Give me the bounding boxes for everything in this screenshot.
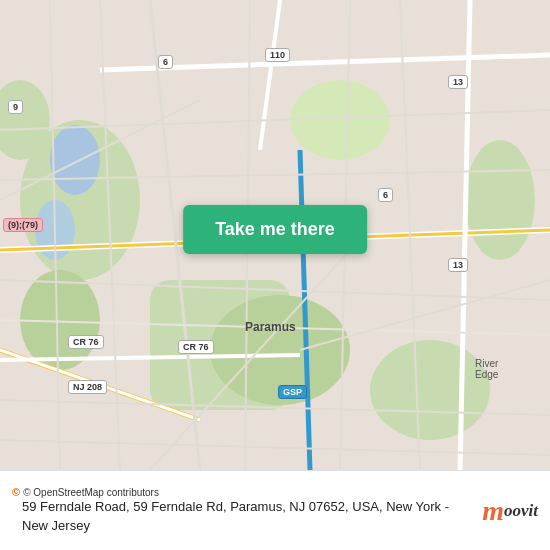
route-badge-9: 9 (8, 100, 23, 114)
route-badge-6-top: 6 (158, 55, 173, 69)
map-container: Paramus 6 9 13 13 6 110 (9);(79) CR 76 C… (0, 0, 550, 470)
take-me-there-button[interactable]: Take me there (183, 205, 367, 254)
svg-point-9 (50, 125, 100, 195)
route-badge-9-79: (9);(79) (3, 218, 43, 232)
route-badge-13-top: 13 (448, 75, 468, 89)
svg-point-7 (290, 80, 390, 160)
route-badge-cr76-left: CR 76 (68, 335, 104, 349)
svg-point-5 (370, 340, 490, 440)
route-badge-13-mid: 13 (448, 258, 468, 272)
route-badge-110: 110 (265, 48, 290, 62)
route-badge-gsp: GSP (278, 385, 307, 399)
moovit-logo: m oovit (482, 495, 538, 527)
route-badge-6-mid: 6 (378, 188, 393, 202)
osm-credit: © © OpenStreetMap contributors (12, 486, 474, 498)
bottom-bar: © © OpenStreetMap contributors 59 Fernda… (0, 470, 550, 550)
route-badge-nj208: NJ 208 (68, 380, 107, 394)
address-text: 59 Ferndale Road, 59 Ferndale Rd, Paramu… (12, 498, 474, 534)
route-badge-cr76-right: CR 76 (178, 340, 214, 354)
svg-point-6 (465, 140, 535, 260)
